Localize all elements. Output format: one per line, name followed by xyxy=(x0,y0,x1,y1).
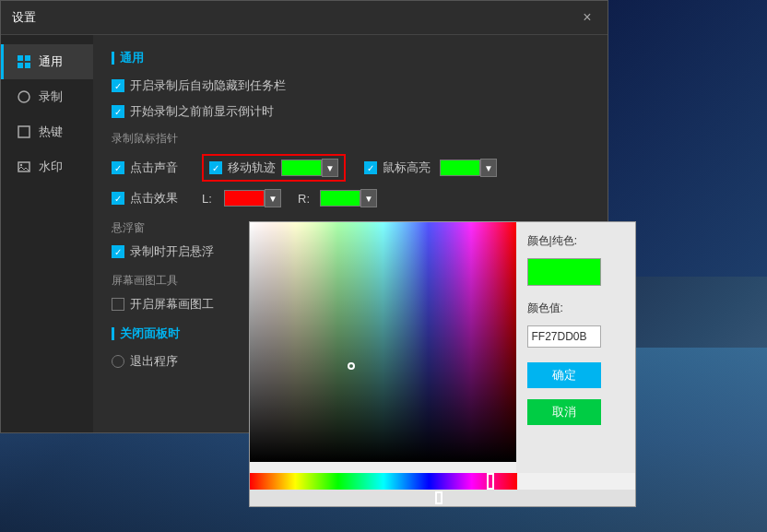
option1-row: 开启录制后自动隐藏到任务栏 xyxy=(112,77,589,94)
value-label: 颜色值: xyxy=(527,301,624,316)
mouse-cursor-label: 录制鼠标指针 xyxy=(112,131,589,147)
image-icon xyxy=(17,160,31,174)
square-icon xyxy=(17,124,31,139)
click-sound-label: 点击声音 xyxy=(130,160,178,176)
window-title: 设置 xyxy=(12,9,36,26)
mouse-highlight-row: 鼠标高亮 ▼ xyxy=(364,159,497,177)
l-color-button[interactable] xyxy=(224,190,265,207)
option1-checkbox[interactable] xyxy=(112,79,124,92)
close-button[interactable]: × xyxy=(578,8,596,27)
l-dropdown[interactable]: ▼ xyxy=(265,189,281,207)
pure-color-label: 颜色|纯色: xyxy=(527,233,624,249)
confirm-button[interactable]: 确定 xyxy=(527,362,601,388)
highlight-dropdown[interactable]: ▼ xyxy=(480,159,497,177)
click-effect-row: 点击效果 xyxy=(112,190,178,207)
sidebar: 通用 录制 热键 xyxy=(1,35,93,432)
color-preview xyxy=(527,258,601,286)
sidebar-item-record[interactable]: 录制 xyxy=(1,79,93,114)
sidebar-record-label: 录制 xyxy=(39,89,63,105)
svg-rect-1 xyxy=(25,55,30,61)
color-value-input[interactable]: FF27DD0B xyxy=(527,325,601,348)
exit-radio[interactable] xyxy=(112,355,124,368)
lr-row: L: ▼ R: ▼ xyxy=(202,189,377,207)
sidebar-item-hotkey[interactable]: 热键 xyxy=(1,114,93,149)
move-track-dropdown[interactable]: ▼ xyxy=(322,159,338,177)
r-color-group: ▼ xyxy=(320,189,377,207)
hue-bar[interactable] xyxy=(250,473,517,490)
mouse-highlight-checkbox[interactable] xyxy=(364,161,377,174)
option1-label: 开启录制后自动隐藏到任务栏 xyxy=(130,77,286,94)
svg-point-4 xyxy=(18,91,30,102)
black-overlay xyxy=(250,222,516,462)
svg-rect-5 xyxy=(18,126,30,137)
floating-option-label: 录制时开启悬浮 xyxy=(130,243,214,260)
grid-icon xyxy=(17,54,31,69)
highlight-color-button[interactable] xyxy=(440,160,480,176)
option2-checkbox[interactable] xyxy=(112,105,124,118)
svg-rect-0 xyxy=(18,55,23,61)
click-effect-label: 点击效果 xyxy=(130,190,178,207)
click-sound-checkbox[interactable] xyxy=(112,161,124,174)
exit-label: 退出程序 xyxy=(130,353,178,370)
section-title: 通用 xyxy=(112,50,589,66)
option2-row: 开始录制之前前显示倒计时 xyxy=(112,103,589,120)
hue-cursor xyxy=(487,473,494,490)
sidebar-item-general[interactable]: 通用 xyxy=(1,44,93,79)
l-color-group: ▼ xyxy=(224,189,281,207)
color-gradient-area[interactable] xyxy=(250,222,516,462)
move-track-color-group: ▼ xyxy=(281,159,338,177)
sidebar-general-label: 通用 xyxy=(39,53,63,70)
move-track-box: 移动轨迹 ▼ xyxy=(202,154,346,182)
sidebar-item-watermark[interactable]: 水印 xyxy=(1,149,93,184)
svg-rect-2 xyxy=(18,63,23,68)
screen-draw-option-label: 开启屏幕画图工 xyxy=(130,296,214,313)
move-track-checkbox[interactable] xyxy=(209,161,222,174)
mouse-highlight-label: 鼠标高亮 xyxy=(383,160,431,176)
color-picker-popup: 颜色|纯色: 颜色值: FF27DD0B 确定 取消 xyxy=(249,221,636,507)
opacity-bar[interactable] xyxy=(250,490,635,506)
click-effect-checkbox[interactable] xyxy=(112,192,124,205)
mouse-options-row2: 点击效果 L: ▼ R: ▼ xyxy=(112,189,589,207)
sidebar-watermark-label: 水印 xyxy=(39,159,63,175)
svg-point-7 xyxy=(20,164,22,166)
move-track-color-button[interactable] xyxy=(281,160,322,176)
color-sidebar-panel: 颜色|纯色: 颜色值: FF27DD0B 确定 取消 xyxy=(516,222,635,473)
r-label: R: xyxy=(298,192,313,206)
circle-icon xyxy=(17,89,31,104)
r-color-button[interactable] xyxy=(320,190,360,207)
svg-rect-3 xyxy=(25,63,30,68)
mouse-options-row1: 点击声音 移动轨迹 ▼ 鼠标高亮 ▼ xyxy=(112,154,589,182)
opacity-cursor xyxy=(435,491,442,504)
title-bar: 设置 × xyxy=(1,1,608,35)
floating-checkbox[interactable] xyxy=(112,245,124,258)
move-track-label: 移动轨迹 xyxy=(228,160,276,176)
screen-draw-checkbox[interactable] xyxy=(112,298,124,311)
highlight-color-group: ▼ xyxy=(440,159,497,177)
r-dropdown[interactable]: ▼ xyxy=(360,189,377,207)
sidebar-hotkey-label: 热键 xyxy=(39,124,63,140)
option2-label: 开始录制之前前显示倒计时 xyxy=(130,103,274,120)
l-label: L: xyxy=(202,192,217,206)
color-picker-main: 颜色|纯色: 颜色值: FF27DD0B 确定 取消 xyxy=(250,222,635,473)
click-sound-row: 点击声音 xyxy=(112,160,178,176)
cancel-button[interactable]: 取消 xyxy=(527,399,601,425)
